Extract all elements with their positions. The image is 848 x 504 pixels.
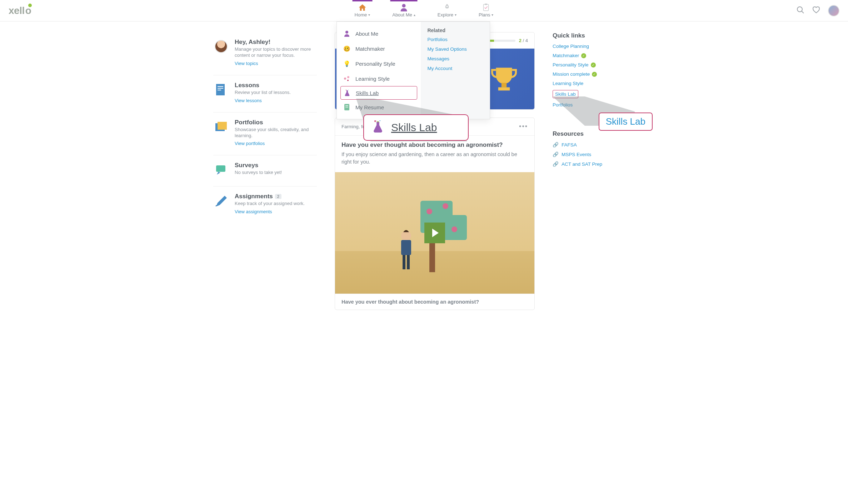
related-my-account[interactable]: My Account [427, 66, 483, 71]
play-button[interactable] [424, 223, 445, 243]
svg-rect-13 [502, 83, 507, 88]
rocket-icon [443, 4, 451, 11]
svg-rect-22 [401, 240, 411, 255]
nav-about-label: About Me [392, 12, 412, 18]
portfolios-desc: Showcase your skills, creativity, and le… [235, 127, 317, 139]
svg-point-29 [346, 90, 346, 90]
nav-explore-label: Explore [438, 12, 453, 18]
greeting-block: Hey, Ashley! Manage your topics to disco… [213, 32, 317, 75]
chevron-down-icon: ▾ [455, 13, 457, 17]
svg-point-19 [443, 203, 448, 209]
assignments-title: Assignments 2 [235, 193, 305, 200]
ql-college-planning[interactable]: College Planning [553, 44, 635, 49]
related-saved-options[interactable]: My Saved Options [427, 46, 483, 52]
svg-point-1 [446, 6, 448, 7]
assignments-desc: Keep track of your assigned work. [235, 201, 305, 207]
ql-personality-style[interactable]: Personality Style✓ [553, 62, 635, 68]
svg-point-27 [347, 76, 349, 78]
feed-video[interactable] [335, 172, 534, 294]
lessons-icon [213, 82, 229, 98]
view-assignments-link[interactable]: View assignments [235, 209, 272, 214]
view-portfolios-link[interactable]: View portfolios [235, 141, 265, 146]
check-icon: ✓ [592, 72, 597, 77]
quick-links-heading: Quick links [553, 32, 635, 39]
svg-point-25 [345, 31, 348, 34]
nav-home-label: Home [355, 12, 367, 18]
svg-point-20 [452, 226, 457, 232]
svg-rect-14 [498, 87, 510, 90]
nav-home[interactable]: Home▾ [353, 0, 373, 21]
svg-rect-8 [218, 88, 223, 89]
greeting-desc: Manage your topics to discover more cont… [235, 46, 317, 59]
view-topics-link[interactable]: View topics [235, 61, 258, 66]
related-messages[interactable]: Messages [427, 56, 483, 61]
svg-rect-24 [407, 255, 410, 269]
dropdown-about-me[interactable]: About Me [337, 26, 421, 41]
nav-plans-label: Plans [479, 12, 490, 18]
callout-skills-lab-big: Skills Lab [363, 114, 469, 141]
nav-explore[interactable]: Explore▾ [435, 0, 459, 21]
svg-point-28 [347, 80, 349, 81]
top-right-actions [797, 5, 839, 16]
resource-act-sat-prep[interactable]: 🔗ACT and SAT Prep [553, 161, 635, 167]
avatar[interactable] [828, 5, 839, 16]
svg-rect-32 [345, 105, 348, 106]
surveys-block: Surveys No surveys to take yet! [213, 155, 317, 186]
svg-point-36 [379, 120, 381, 121]
portfolios-block: Portfolios Showcase your skills, creativ… [213, 113, 317, 156]
greeting-title: Hey, Ashley! [235, 39, 317, 46]
link-icon: 🔗 [553, 151, 559, 157]
svg-rect-23 [403, 255, 405, 269]
svg-point-21 [401, 231, 411, 241]
feed-footer: Have you ever thought about becoming an … [335, 294, 534, 310]
home-icon [358, 4, 366, 11]
svg-rect-7 [218, 86, 223, 87]
search-icon[interactable] [797, 6, 804, 15]
svg-point-4 [797, 7, 802, 12]
portfolios-title: Portfolios [235, 119, 317, 126]
feed-menu-icon[interactable]: ••• [519, 123, 528, 130]
svg-point-30 [348, 90, 349, 90]
right-sidebar: Quick links College Planning Matchmaker✓… [553, 32, 635, 318]
page-body: Hey, Ashley! Manage your topics to disco… [0, 21, 848, 339]
ql-matchmaker[interactable]: Matchmaker✓ [553, 53, 635, 58]
assignments-icon [213, 193, 229, 209]
top-nav: Home▾ About Me▴ Explore▾ Plans▾ [353, 0, 496, 21]
link-icon: 🔗 [553, 142, 559, 148]
svg-rect-11 [218, 122, 227, 130]
nav-about-me[interactable]: About Me▴ [390, 0, 418, 21]
dropdown-skills-lab[interactable]: Skills Lab [340, 86, 417, 100]
svg-point-26 [344, 78, 346, 80]
heart-icon[interactable] [812, 6, 820, 15]
lessons-desc: Review your list of lessons. [235, 90, 291, 96]
resource-fafsa[interactable]: 🔗FAFSA [553, 142, 635, 148]
dropdown-learning-style[interactable]: Learning Style [337, 71, 421, 86]
feed-body-text: If you enjoy science and gardening, then… [341, 151, 528, 166]
link-icon: 🔗 [553, 161, 559, 167]
resume-icon [343, 104, 350, 111]
callout-skills-lab-right: Skills Lab [599, 113, 653, 131]
view-lessons-link[interactable]: View lessons [235, 98, 262, 103]
ql-learning-style[interactable]: Learning Style [553, 81, 635, 86]
check-icon: ✓ [591, 63, 596, 68]
clipboard-icon [483, 4, 489, 11]
related-portfolios[interactable]: Portfolios [427, 37, 483, 42]
chevron-down-icon: ▾ [492, 13, 493, 17]
dropdown-matchmaker[interactable]: 🥴 Matchmaker [337, 41, 421, 56]
resource-msps-events[interactable]: 🔗MSPS Events [553, 151, 635, 157]
assignments-block: Assignments 2 Keep track of your assigne… [213, 186, 317, 223]
user-avatar-icon [215, 40, 228, 53]
ql-mission-complete[interactable]: Mission complete✓ [553, 71, 635, 77]
person-icon [343, 30, 350, 37]
lightbulb-icon: 💡 [343, 60, 350, 67]
center-column: G 2 / 4 D D Farming, food ••• [335, 32, 535, 318]
svg-rect-12 [216, 165, 225, 172]
svg-point-35 [374, 120, 376, 122]
svg-rect-9 [218, 90, 221, 90]
dropdown-personality-style[interactable]: 💡 Personality Style [337, 56, 421, 71]
lessons-block: Lessons Review your list of lessons. Vie… [213, 75, 317, 113]
nav-plans[interactable]: Plans▾ [477, 0, 496, 21]
chevron-up-icon: ▴ [414, 13, 415, 17]
person-icon [400, 4, 408, 11]
related-heading: Related [427, 28, 483, 33]
